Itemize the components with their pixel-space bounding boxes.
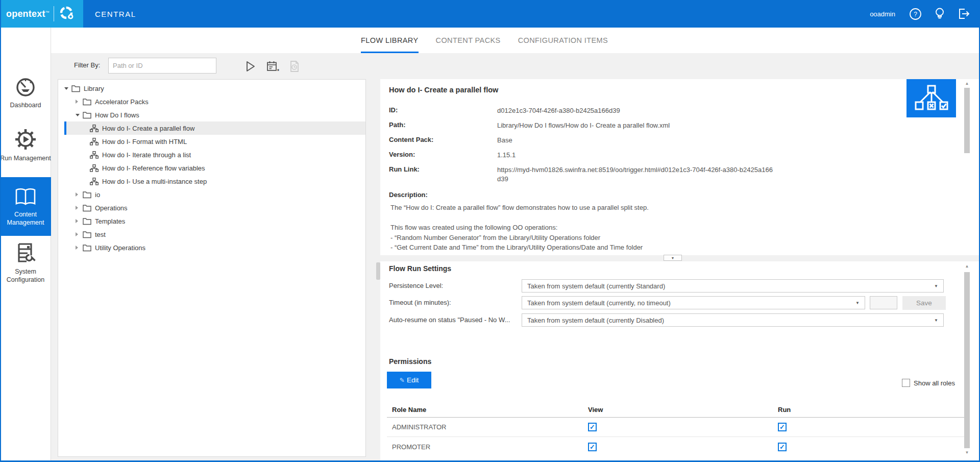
edit-permissions-button[interactable]: ✎ Edit — [387, 372, 431, 388]
chevron-right-icon[interactable] — [76, 206, 83, 210]
sidebar-item-content-management[interactable]: Content Management — [0, 177, 51, 236]
tab-content-packs[interactable]: CONTENT PACKS — [436, 28, 501, 53]
chevron-down-icon[interactable] — [76, 114, 83, 116]
auto-resume-row: Auto-resume on status "Paused - No W... … — [389, 313, 965, 327]
tree-item-operations[interactable]: Operations — [64, 201, 365, 214]
description-line: This flow was created using the followin… — [389, 223, 969, 233]
tree-item-label: Utility Operations — [95, 244, 145, 252]
view-checkbox-checked[interactable]: ✓ — [588, 423, 597, 431]
dashboard-gauge-icon — [0, 77, 51, 98]
chevron-down-icon[interactable] — [64, 87, 71, 90]
persistence-level-select[interactable]: Taken from system default (currently Sta… — [522, 279, 944, 293]
tree-item-label: How do I- Create a parallel flow — [102, 125, 194, 132]
tab-flow-library[interactable]: FLOW LIBRARY — [361, 28, 419, 53]
last-run-disabled-icon — [288, 60, 301, 73]
tab-configuration-items[interactable]: CONFIGURATION ITEMS — [518, 28, 608, 53]
logout-icon[interactable] — [958, 7, 971, 20]
help-icon[interactable]: ? — [909, 7, 922, 20]
field-value-path: Library/How Do I flows/How do I- Create … — [497, 121, 775, 130]
tree-item-accelerator-packs[interactable]: Accelerator Packs — [64, 95, 365, 108]
tree-item-create-parallel-flow[interactable]: How do I- Create a parallel flow — [64, 121, 365, 135]
tree-item-format-with-html[interactable]: How do I- Format with HTML — [64, 135, 365, 148]
show-all-roles-control[interactable]: Show all roles — [902, 379, 955, 387]
tree-item-reference-flow-variables[interactable]: How do I- Reference flow variables — [64, 161, 365, 175]
scroll-up-arrow[interactable]: ▲ — [964, 80, 970, 87]
sidebar-item-label: Run Management — [0, 155, 51, 163]
opentext-logo: opentext™ — [6, 9, 50, 19]
pencil-icon: ✎ — [400, 377, 405, 384]
tree-item-templates[interactable]: Templates — [64, 214, 365, 228]
sidebar-item-system-configuration[interactable]: System Configuration — [0, 242, 51, 284]
brand-divider — [54, 6, 54, 21]
tree-item-io[interactable]: io — [64, 188, 365, 201]
description-line — [389, 213, 969, 223]
splitter-grip[interactable] — [376, 262, 380, 280]
select-value: Taken from system default (currently Dis… — [527, 317, 930, 324]
chevron-right-icon[interactable] — [76, 100, 83, 104]
chevron-right-icon[interactable] — [76, 232, 83, 236]
scroll-up-arrow[interactable]: ▲ — [964, 263, 970, 270]
chevron-right-icon[interactable] — [76, 246, 83, 250]
save-button[interactable]: Save — [902, 296, 946, 310]
tree-item-label: Accelerator Packs — [95, 98, 149, 106]
flow-icon — [90, 151, 99, 159]
folder-icon — [83, 244, 91, 252]
permissions-table-header: Role Name View Run — [387, 402, 965, 418]
tree-item-iterate-through-list[interactable]: How do I- Iterate through a list — [64, 148, 365, 161]
content-management-book-icon — [0, 187, 51, 207]
field-value-run-link: https://myd-hvm01826.swinfra.net:8519/oo… — [497, 165, 775, 184]
chevron-right-icon[interactable] — [76, 219, 83, 223]
sidebar-item-run-management[interactable]: Run Management — [0, 128, 51, 163]
folder-icon — [83, 111, 91, 119]
auto-resume-select[interactable]: Taken from system default (currently Dis… — [522, 313, 944, 327]
field-value-id: d012e1c3-704f-426f-a380-b2425a166d39 — [497, 106, 775, 115]
scrollbar-thumb[interactable] — [964, 88, 970, 153]
folder-icon — [83, 217, 91, 225]
timeout-row: Timeout (in minutes): Taken from system … — [389, 296, 965, 309]
description-line: The “How do I: Create a parallel flow” f… — [389, 203, 969, 213]
tree-item-library[interactable]: Library — [64, 82, 365, 95]
lightbulb-icon[interactable] — [933, 7, 946, 20]
sidebar-item-dashboard[interactable]: Dashboard — [0, 77, 51, 110]
chevron-right-icon[interactable] — [76, 192, 83, 197]
oo-logo-icon — [59, 5, 75, 23]
folder-icon — [83, 98, 91, 106]
run-management-gear-icon — [0, 128, 51, 151]
details-scrollbar[interactable]: ▲ — [964, 80, 970, 255]
timeout-minutes-input[interactable] — [870, 296, 897, 309]
show-all-roles-checkbox[interactable] — [902, 379, 910, 387]
tabs-bar: FLOW LIBRARY CONTENT PACKS CONFIGURATION… — [51, 28, 980, 53]
description-label: Description: — [389, 191, 969, 199]
flow-icon — [90, 125, 99, 132]
view-checkbox-checked[interactable]: ✓ — [588, 443, 597, 451]
scrollbar-thumb[interactable] — [964, 272, 970, 448]
tree-item-how-do-i-flows[interactable]: How Do I flows — [64, 108, 365, 121]
library-toolbar: Filter By: * — [51, 53, 980, 79]
schedule-icon[interactable]: * — [265, 60, 279, 73]
check-icon: ✓ — [590, 424, 595, 430]
window-border — [0, 0, 1, 462]
tree-item-utility-operations[interactable]: Utility Operations — [64, 241, 365, 254]
timeout-select[interactable]: Taken from system default (currently, no… — [522, 296, 865, 309]
product-title: CENTRAL — [95, 0, 136, 28]
check-icon: ✓ — [590, 444, 595, 450]
persistence-level-row: Persistence Level: Taken from system def… — [389, 279, 965, 293]
tree-item-label: Operations — [95, 204, 128, 212]
section-collapse-handle[interactable]: ▼ — [664, 255, 682, 261]
tree-item-label: io — [95, 191, 100, 199]
tree-item-use-multi-instance-step[interactable]: How do I- Use a multi-instance step — [64, 175, 365, 188]
tree-item-label: How do I- Use a multi-instance step — [102, 178, 207, 185]
settings-scrollbar[interactable]: ▲ ▼ — [964, 263, 970, 458]
scroll-down-arrow[interactable]: ▼ — [964, 449, 970, 456]
app-window: opentext™ CENTRAL ooadmin ? — [0, 0, 980, 462]
column-run: Run — [773, 406, 965, 414]
run-checkbox-checked[interactable]: ✓ — [778, 443, 787, 451]
flow-diagram-icon — [906, 79, 956, 117]
run-checkbox-checked[interactable]: ✓ — [778, 423, 787, 431]
folder-icon — [83, 204, 91, 212]
description-line: - “Random Number Generator” from the Lib… — [389, 233, 969, 243]
role-name: ADMINISTRATOR — [387, 423, 583, 431]
tree-item-test[interactable]: test — [64, 228, 365, 241]
run-flow-icon[interactable] — [244, 60, 257, 73]
filter-input[interactable] — [108, 58, 216, 74]
